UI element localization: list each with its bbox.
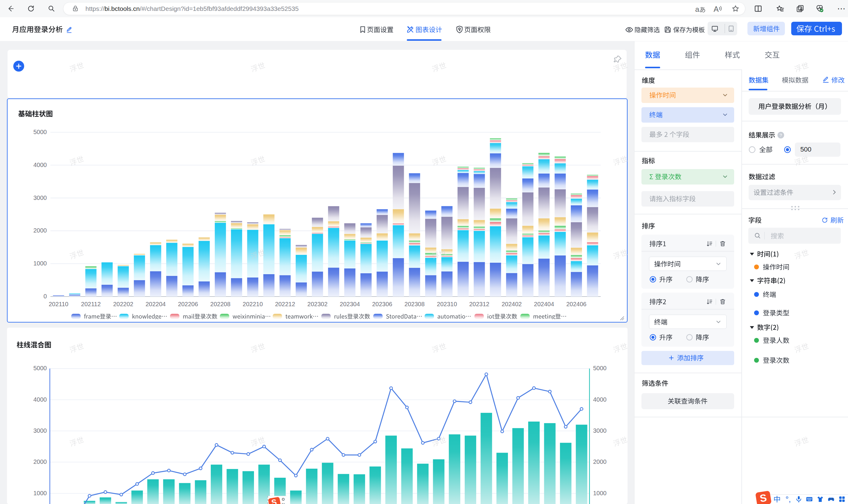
svg-text:?: ? xyxy=(779,132,782,138)
